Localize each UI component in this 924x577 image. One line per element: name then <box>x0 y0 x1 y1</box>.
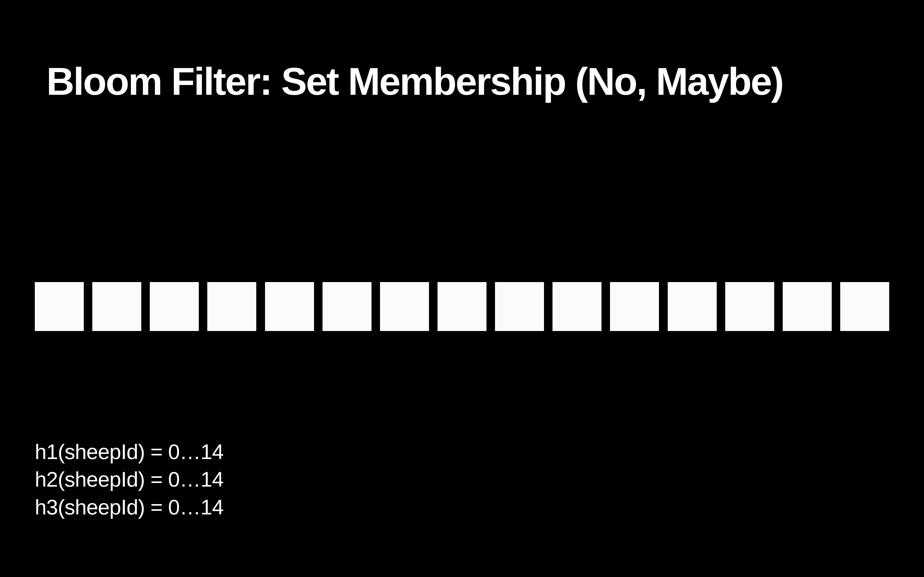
bit-cell <box>668 282 717 331</box>
hash-function-line: h3(sheepId) = 0…14 <box>35 493 223 521</box>
bit-cell <box>552 282 601 331</box>
bit-cell <box>610 282 659 331</box>
bit-array <box>35 282 889 331</box>
slide: Bloom Filter: Set Membership (No, Maybe)… <box>0 0 924 577</box>
bit-cell <box>207 282 256 331</box>
bit-cell <box>323 282 372 331</box>
bit-cell <box>35 282 84 331</box>
slide-title: Bloom Filter: Set Membership (No, Maybe) <box>47 59 783 104</box>
hash-function-line: h1(sheepId) = 0…14 <box>35 438 223 466</box>
hash-function-list: h1(sheepId) = 0…14 h2(sheepId) = 0…14 h3… <box>35 438 223 521</box>
bit-cell <box>438 282 486 331</box>
bit-cell <box>92 282 141 331</box>
bit-cell <box>495 282 544 331</box>
bit-cell <box>725 282 774 331</box>
bit-cell <box>265 282 314 331</box>
bit-cell <box>150 282 199 331</box>
bit-cell <box>840 282 889 331</box>
hash-function-line: h2(sheepId) = 0…14 <box>35 466 223 493</box>
bit-cell <box>783 282 832 331</box>
bit-cell <box>380 282 429 331</box>
